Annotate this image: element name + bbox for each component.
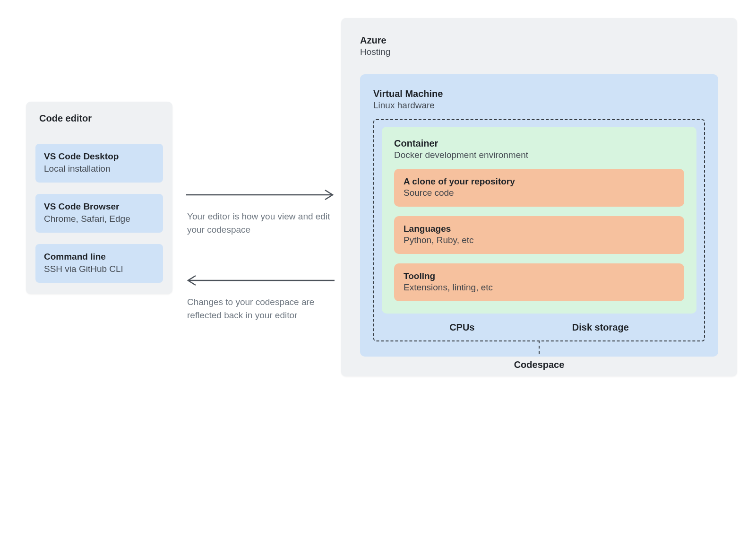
- container-item-title: A clone of your repository: [404, 176, 675, 187]
- resources-row: CPUs Disk storage: [382, 322, 696, 333]
- arrow-forward-caption: Your editor is how you view and edit you…: [185, 210, 335, 236]
- editor-card-command-line: Command line SSH via GitHub CLI: [35, 244, 163, 283]
- container-item-title: Languages: [404, 224, 675, 234]
- editor-card-title: Command line: [44, 252, 155, 262]
- vm-sub: Linux hardware: [373, 100, 705, 111]
- arrow-back-caption: Changes to your codespace are reflected …: [185, 296, 335, 322]
- arrow-left-icon: [185, 275, 335, 286]
- arrow-back-group: Changes to your codespace are reflected …: [185, 275, 335, 322]
- editor-card-sub: SSH via GitHub CLI: [44, 264, 155, 274]
- vm-title: Virtual Machine: [373, 88, 705, 99]
- container-panel: Container Docker development environment…: [382, 127, 696, 314]
- container-item-tooling: Tooling Extensions, linting, etc: [394, 263, 684, 301]
- code-editor-panel: Code editor VS Code Desktop Local instal…: [26, 102, 172, 294]
- editor-card-title: VS Code Browser: [44, 201, 155, 212]
- azure-panel: Azure Hosting Virtual Machine Linux hard…: [341, 18, 737, 376]
- container-item-languages: Languages Python, Ruby, etc: [394, 216, 684, 254]
- azure-sub: Hosting: [360, 47, 718, 57]
- resource-cpus: CPUs: [449, 322, 474, 333]
- container-item-sub: Python, Ruby, etc: [404, 235, 675, 245]
- editor-card-vscode-browser: VS Code Browser Chrome, Safari, Edge: [35, 194, 163, 233]
- container-item-repo: A clone of your repository Source code: [394, 169, 684, 207]
- editor-card-sub: Local installation: [44, 164, 155, 174]
- arrows-area: Your editor is how you view and edit you…: [185, 189, 335, 360]
- codespace-connector-line: [539, 340, 540, 354]
- arrow-right-icon: [185, 189, 335, 201]
- editor-card-sub: Chrome, Safari, Edge: [44, 214, 155, 224]
- vm-panel: Virtual Machine Linux hardware Container…: [360, 74, 718, 357]
- container-sub: Docker development environment: [394, 150, 684, 160]
- arrow-forward-group: Your editor is how you view and edit you…: [185, 189, 335, 236]
- container-item-sub: Extensions, linting, etc: [404, 282, 675, 293]
- container-item-sub: Source code: [404, 188, 675, 198]
- editor-card-vscode-desktop: VS Code Desktop Local installation: [35, 144, 163, 183]
- editor-card-title: VS Code Desktop: [44, 151, 155, 162]
- resource-disk: Disk storage: [572, 322, 629, 333]
- code-editor-title: Code editor: [39, 113, 163, 124]
- azure-title: Azure: [360, 35, 718, 46]
- codespace-label: Codespace: [341, 359, 737, 370]
- codespace-dashed-box: Container Docker development environment…: [373, 119, 705, 341]
- container-title: Container: [394, 138, 684, 149]
- container-item-title: Tooling: [404, 271, 675, 281]
